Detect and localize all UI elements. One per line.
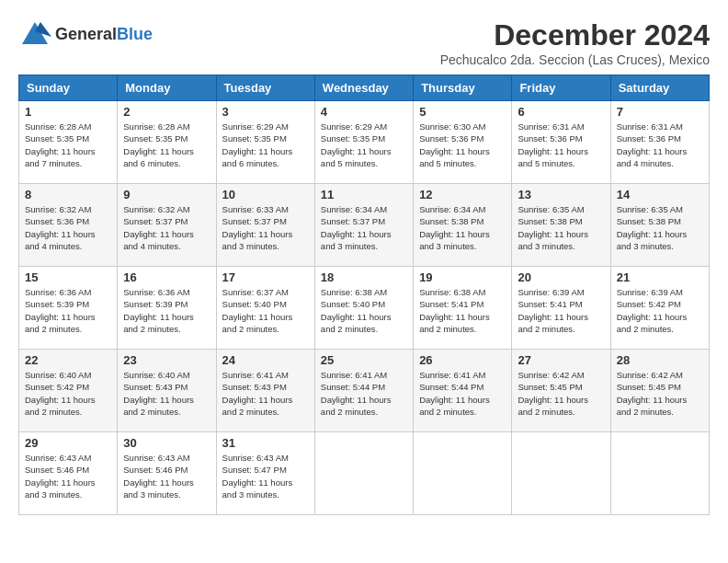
header-monday: Monday: [118, 75, 216, 101]
day-number: 16: [123, 270, 210, 284]
page-header: GeneralBlue December 2024 Pechucalco 2da…: [18, 18, 710, 67]
calendar-table: SundayMondayTuesdayWednesdayThursdayFrid…: [18, 75, 710, 515]
day-number: 10: [222, 188, 309, 201]
day-number: 23: [123, 353, 210, 367]
calendar-cell: 16Sunrise: 6:36 AMSunset: 5:39 PMDayligh…: [118, 267, 216, 350]
day-number: 30: [123, 436, 210, 450]
calendar-cell: 2Sunrise: 6:28 AMSunset: 5:35 PMDaylight…: [118, 101, 216, 184]
calendar-week-row: 1Sunrise: 6:28 AMSunset: 5:35 PMDaylight…: [19, 101, 710, 184]
header-thursday: Thursday: [414, 75, 512, 101]
logo: GeneralBlue: [18, 18, 153, 52]
day-detail: Sunrise: 6:39 AMSunset: 5:41 PMDaylight:…: [518, 286, 604, 335]
header-saturday: Saturday: [610, 75, 709, 101]
logo-general-text: General: [55, 25, 117, 43]
calendar-cell: 24Sunrise: 6:41 AMSunset: 5:43 PMDayligh…: [216, 350, 314, 432]
day-number: 7: [617, 105, 703, 119]
calendar-cell: 22Sunrise: 6:40 AMSunset: 5:42 PMDayligh…: [19, 350, 118, 432]
calendar-cell: 1Sunrise: 6:28 AMSunset: 5:35 PMDaylight…: [19, 101, 118, 184]
calendar-cell: 5Sunrise: 6:30 AMSunset: 5:36 PMDaylight…: [414, 101, 512, 184]
day-detail: Sunrise: 6:41 AMSunset: 5:43 PMDaylight:…: [222, 369, 309, 418]
calendar-cell: 17Sunrise: 6:37 AMSunset: 5:40 PMDayligh…: [216, 267, 314, 350]
day-number: 17: [222, 270, 309, 284]
day-number: 19: [419, 270, 506, 284]
calendar-cell: 4Sunrise: 6:29 AMSunset: 5:35 PMDaylight…: [314, 101, 413, 184]
calendar-cell: 6Sunrise: 6:31 AMSunset: 5:36 PMDaylight…: [512, 101, 610, 184]
calendar-cell: [512, 432, 610, 515]
day-number: 11: [321, 188, 407, 201]
day-number: 14: [617, 188, 703, 201]
calendar-cell: 10Sunrise: 6:33 AMSunset: 5:37 PMDayligh…: [216, 184, 314, 267]
logo-blue-text: Blue: [117, 25, 153, 43]
day-detail: Sunrise: 6:37 AMSunset: 5:40 PMDaylight:…: [222, 286, 309, 335]
calendar-cell: 13Sunrise: 6:35 AMSunset: 5:38 PMDayligh…: [512, 184, 610, 267]
calendar-cell: 11Sunrise: 6:34 AMSunset: 5:37 PMDayligh…: [314, 184, 413, 267]
day-number: 2: [123, 105, 210, 119]
day-number: 9: [123, 188, 210, 201]
day-number: 26: [419, 353, 506, 367]
day-detail: Sunrise: 6:33 AMSunset: 5:37 PMDaylight:…: [222, 203, 309, 252]
calendar-cell: 14Sunrise: 6:35 AMSunset: 5:38 PMDayligh…: [610, 184, 709, 267]
calendar-cell: 20Sunrise: 6:39 AMSunset: 5:41 PMDayligh…: [512, 267, 610, 350]
day-detail: Sunrise: 6:34 AMSunset: 5:38 PMDaylight:…: [419, 203, 506, 252]
day-detail: Sunrise: 6:32 AMSunset: 5:36 PMDaylight:…: [25, 203, 111, 252]
calendar-cell: 23Sunrise: 6:40 AMSunset: 5:43 PMDayligh…: [118, 350, 216, 432]
day-number: 25: [321, 353, 407, 367]
day-detail: Sunrise: 6:42 AMSunset: 5:45 PMDaylight:…: [617, 369, 703, 418]
day-number: 12: [419, 188, 506, 201]
day-detail: Sunrise: 6:43 AMSunset: 5:46 PMDaylight:…: [123, 452, 210, 500]
day-detail: Sunrise: 6:43 AMSunset: 5:47 PMDaylight:…: [222, 452, 309, 500]
day-number: 24: [222, 353, 309, 367]
logo-icon: [18, 18, 51, 52]
calendar-week-row: 29Sunrise: 6:43 AMSunset: 5:46 PMDayligh…: [19, 432, 710, 515]
day-number: 6: [518, 105, 604, 119]
day-detail: Sunrise: 6:31 AMSunset: 5:36 PMDaylight:…: [518, 121, 604, 169]
calendar-cell: 27Sunrise: 6:42 AMSunset: 5:45 PMDayligh…: [512, 350, 610, 432]
calendar-cell: 15Sunrise: 6:36 AMSunset: 5:39 PMDayligh…: [19, 267, 118, 350]
day-detail: Sunrise: 6:29 AMSunset: 5:35 PMDaylight:…: [321, 121, 407, 169]
day-detail: Sunrise: 6:29 AMSunset: 5:35 PMDaylight:…: [222, 121, 309, 169]
day-detail: Sunrise: 6:41 AMSunset: 5:44 PMDaylight:…: [321, 369, 407, 418]
day-number: 27: [518, 353, 604, 367]
calendar-cell: [314, 432, 413, 515]
day-number: 31: [222, 436, 309, 450]
day-number: 18: [321, 270, 407, 284]
calendar-cell: 3Sunrise: 6:29 AMSunset: 5:35 PMDaylight…: [216, 101, 314, 184]
day-detail: Sunrise: 6:36 AMSunset: 5:39 PMDaylight:…: [25, 286, 111, 335]
calendar-cell: 9Sunrise: 6:32 AMSunset: 5:37 PMDaylight…: [118, 184, 216, 267]
header-tuesday: Tuesday: [216, 75, 314, 101]
day-number: 4: [321, 105, 407, 119]
calendar-cell: 7Sunrise: 6:31 AMSunset: 5:36 PMDaylight…: [610, 101, 709, 184]
day-number: 1: [25, 105, 111, 119]
day-detail: Sunrise: 6:39 AMSunset: 5:42 PMDaylight:…: [617, 286, 703, 335]
day-number: 15: [25, 270, 111, 284]
day-detail: Sunrise: 6:30 AMSunset: 5:36 PMDaylight:…: [419, 121, 506, 169]
day-detail: Sunrise: 6:35 AMSunset: 5:38 PMDaylight:…: [617, 203, 703, 252]
calendar-cell: [610, 432, 709, 515]
day-number: 29: [25, 436, 111, 450]
location-title: Pechucalco 2da. Seccion (Las Cruces), Me…: [440, 52, 710, 67]
calendar-week-row: 22Sunrise: 6:40 AMSunset: 5:42 PMDayligh…: [19, 350, 710, 432]
calendar-cell: 29Sunrise: 6:43 AMSunset: 5:46 PMDayligh…: [19, 432, 118, 515]
calendar-cell: 26Sunrise: 6:41 AMSunset: 5:44 PMDayligh…: [414, 350, 512, 432]
month-title: December 2024: [440, 18, 710, 52]
day-detail: Sunrise: 6:40 AMSunset: 5:43 PMDaylight:…: [123, 369, 210, 418]
calendar-cell: 18Sunrise: 6:38 AMSunset: 5:40 PMDayligh…: [314, 267, 413, 350]
calendar-cell: 21Sunrise: 6:39 AMSunset: 5:42 PMDayligh…: [610, 267, 709, 350]
calendar-header-row: SundayMondayTuesdayWednesdayThursdayFrid…: [19, 75, 710, 101]
day-number: 8: [25, 188, 111, 201]
header-sunday: Sunday: [19, 75, 118, 101]
calendar-cell: [414, 432, 512, 515]
day-number: 20: [518, 270, 604, 284]
calendar-week-row: 15Sunrise: 6:36 AMSunset: 5:39 PMDayligh…: [19, 267, 710, 350]
day-number: 5: [419, 105, 506, 119]
day-number: 3: [222, 105, 309, 119]
day-detail: Sunrise: 6:34 AMSunset: 5:37 PMDaylight:…: [321, 203, 407, 252]
day-detail: Sunrise: 6:42 AMSunset: 5:45 PMDaylight:…: [518, 369, 604, 418]
calendar-cell: 30Sunrise: 6:43 AMSunset: 5:46 PMDayligh…: [118, 432, 216, 515]
day-detail: Sunrise: 6:32 AMSunset: 5:37 PMDaylight:…: [123, 203, 210, 252]
calendar-cell: 12Sunrise: 6:34 AMSunset: 5:38 PMDayligh…: [414, 184, 512, 267]
calendar-cell: 31Sunrise: 6:43 AMSunset: 5:47 PMDayligh…: [216, 432, 314, 515]
day-detail: Sunrise: 6:28 AMSunset: 5:35 PMDaylight:…: [123, 121, 210, 169]
day-detail: Sunrise: 6:40 AMSunset: 5:42 PMDaylight:…: [25, 369, 111, 418]
day-detail: Sunrise: 6:41 AMSunset: 5:44 PMDaylight:…: [419, 369, 506, 418]
